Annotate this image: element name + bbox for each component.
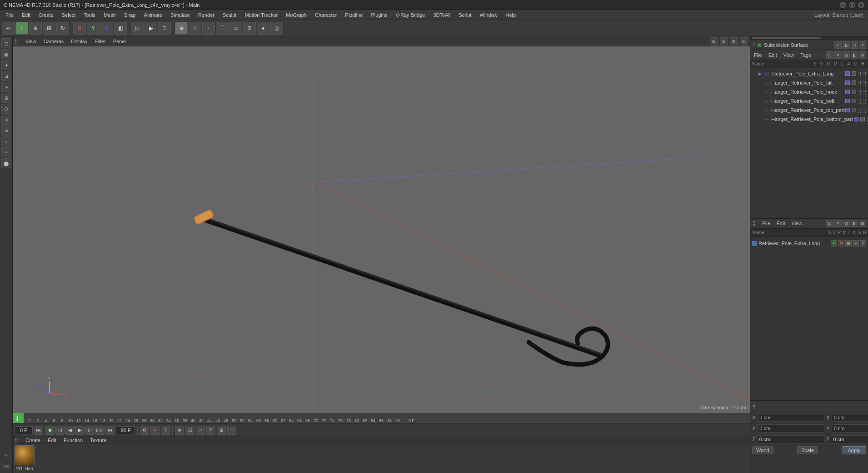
next-key-btn[interactable]: ▷▷	[95, 426, 105, 435]
pb-icon2[interactable]: ⊡	[185, 426, 195, 435]
sketch-tool[interactable]: ✏	[1, 147, 11, 157]
shader-btn[interactable]: ◎	[270, 22, 283, 35]
help-btn[interactable]: ?	[161, 426, 170, 435]
end-frame-input[interactable]	[117, 426, 135, 434]
next-frame-btn[interactable]: ▷	[85, 426, 95, 435]
attr-icon2[interactable]: ≡	[834, 220, 842, 227]
prev-frame-btn[interactable]: ◀	[65, 426, 75, 435]
menu-script[interactable]: Script	[455, 11, 475, 19]
move-tool[interactable]: ⊕	[29, 22, 42, 35]
obj-icon2[interactable]: ≡	[834, 51, 842, 59]
vp-menu-panel[interactable]: Panel	[111, 39, 128, 44]
material-slot[interactable]: VR_Han	[15, 445, 35, 471]
menu-edit[interactable]: Edit	[18, 11, 34, 19]
obj-mode[interactable]: ○	[189, 22, 201, 35]
menu-window[interactable]: Window	[476, 11, 501, 19]
obj-menu-tags[interactable]: Tags	[798, 52, 813, 58]
obj-row-hilt[interactable]: ⊹ Hanger_Retriever_Pole_hilt ⣿ ⣿	[750, 78, 868, 87]
camera-tool[interactable]: ▦	[1, 49, 11, 59]
mat-menu-edit[interactable]: Edit	[46, 438, 58, 443]
attr-menu-file[interactable]: File	[760, 221, 772, 226]
obj-row-hook[interactable]: ⊹ Hanger_Retriever_Pole_hook ⣿ ⣿	[750, 87, 868, 96]
mat-menu-function[interactable]: Function	[62, 438, 85, 443]
pb-icon4[interactable]: P	[206, 426, 215, 435]
timeline-ruler[interactable]: 0 2 4 6 8 10 12 14 16 18 20 22 24 26 28 …	[24, 413, 750, 423]
hair-tool[interactable]: ≈	[1, 136, 11, 146]
viewport-solo[interactable]: ⬤	[1, 158, 11, 168]
world-mode-btn[interactable]: World	[752, 446, 773, 454]
record-btn[interactable]: ⏺	[45, 426, 55, 435]
subdiv-btn1[interactable]: ✓	[834, 41, 842, 49]
menu-character[interactable]: Character	[311, 11, 340, 19]
model-mode[interactable]: ◈	[175, 22, 188, 35]
obj-icon5[interactable]: ⊞	[859, 51, 866, 59]
minimize-button[interactable]: ─	[840, 2, 846, 8]
render-btn[interactable]: ▷	[131, 22, 144, 35]
mat-menu-create[interactable]: Create	[24, 438, 42, 443]
menu-simulate[interactable]: Simulate	[167, 11, 194, 19]
attr-icon3[interactable]: ▤	[843, 220, 850, 227]
attr-icon4[interactable]: ◧	[851, 220, 858, 227]
scale-mode-btn[interactable]: Scale	[797, 446, 818, 454]
mat-menu-texture[interactable]: Texture	[88, 438, 108, 443]
play-btn[interactable]: ▶	[75, 426, 85, 435]
vp-menu-cameras[interactable]: Cameras	[42, 39, 66, 44]
coord-x-input[interactable]	[757, 413, 824, 422]
obj-menu-file[interactable]: File	[752, 52, 764, 58]
menu-snap[interactable]: Snap	[120, 11, 140, 19]
pb-icon6[interactable]: ≡	[227, 426, 236, 435]
attr-menu-view[interactable]: View	[790, 221, 804, 226]
menu-vray[interactable]: V-Ray Bridge	[392, 11, 429, 19]
scroll-indicator[interactable]	[750, 36, 868, 40]
pb-icon3[interactable]: ○	[196, 426, 205, 435]
uv-mode[interactable]: ⊠	[243, 22, 256, 35]
obj-icon1[interactable]: ⊡	[826, 51, 833, 59]
undo-button[interactable]: ↩	[2, 22, 15, 35]
vp-icon-1[interactable]: ⊞	[710, 37, 718, 45]
obj-row-top-part[interactable]: ⊹ Hanger_Retriever_Pole_top_part ⣿ ⣿	[750, 106, 868, 115]
current-frame-input[interactable]	[15, 426, 33, 434]
vp-menu-view[interactable]: View	[24, 39, 38, 44]
fx-tool[interactable]: ≋	[1, 126, 11, 136]
poly-mode[interactable]: ▭	[229, 22, 242, 35]
obj-icon4[interactable]: ◧	[851, 51, 858, 59]
menu-pipeline[interactable]: Pipeline	[341, 11, 366, 19]
attr-icon5[interactable]: ⊞	[859, 220, 866, 227]
close-button[interactable]: ×	[858, 2, 864, 8]
irender-btn[interactable]: ▶	[145, 22, 157, 35]
menu-select[interactable]: Select	[58, 11, 80, 19]
vr-han-material-thumbnail[interactable]	[15, 445, 35, 465]
coord-z-input[interactable]	[757, 435, 824, 443]
spline-tool[interactable]: ∿	[1, 82, 11, 92]
menu-file[interactable]: File	[2, 11, 17, 19]
vp-menu-display[interactable]: Display	[69, 39, 89, 44]
scale-tool[interactable]: ⊞	[43, 22, 55, 35]
obj-icon3[interactable]: ▤	[843, 51, 850, 59]
subdiv-btn4[interactable]: ≡	[859, 41, 866, 49]
pb-icon5[interactable]: ⊞	[217, 426, 226, 435]
edge-mode[interactable]: ⌒	[216, 22, 229, 35]
prev-key-btn[interactable]: ◁	[55, 426, 65, 435]
z-axis-btn[interactable]: Z	[100, 22, 113, 35]
point-mode[interactable]: ·	[202, 22, 215, 35]
obj-row-retriever-pole[interactable]: ▶ LO Retriever_Pole_Extra_Long ⣿ ⣿	[750, 69, 868, 78]
playback-options[interactable]: ⚙	[140, 426, 149, 435]
coord-system-btn[interactable]: ◧	[114, 22, 127, 35]
pb-icon1[interactable]: ⊕	[175, 426, 184, 435]
vp-icon-4[interactable]: ⊡	[740, 37, 748, 45]
x-axis-btn[interactable]: X	[73, 22, 86, 35]
coord-sy-input[interactable]	[832, 424, 868, 433]
apply-button[interactable]: Apply	[842, 446, 866, 454]
nurbs-tool[interactable]: ⊞	[1, 93, 11, 103]
render-region-btn[interactable]: ⊡	[158, 22, 171, 35]
menu-motion-tracker[interactable]: Motion Tracker	[241, 11, 281, 19]
rotate-tool[interactable]: ↻	[56, 22, 69, 35]
menu-tools[interactable]: Tools	[80, 11, 99, 19]
step-fwd-btn[interactable]: ⏭	[105, 426, 115, 435]
obj-row-bolt[interactable]: ⊹ Hanger_Retriever_Pole_bolt ⣿ ⣿	[750, 96, 868, 106]
obj-menu-edit[interactable]: Edit	[767, 52, 779, 58]
step-back-btn[interactable]: ⏮	[34, 426, 43, 435]
deform-tool[interactable]: ⊿	[1, 71, 11, 81]
menu-render[interactable]: Render	[195, 11, 218, 19]
viewport-canvas[interactable]: Perspective	[13, 46, 750, 413]
